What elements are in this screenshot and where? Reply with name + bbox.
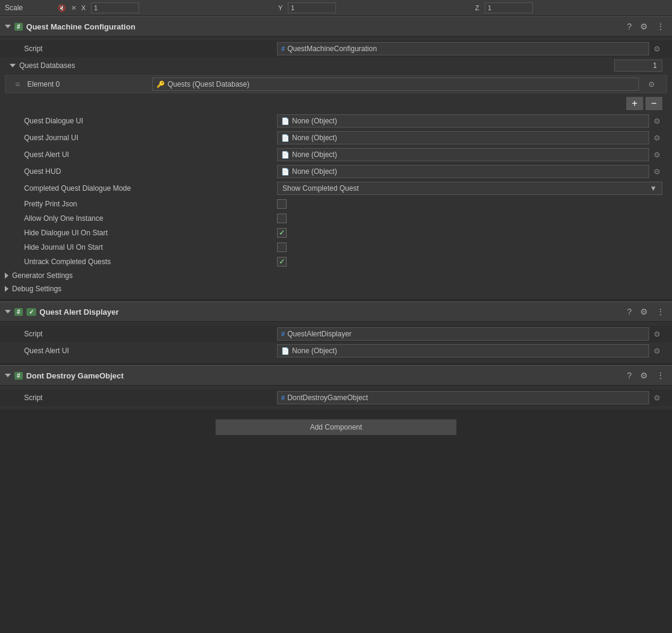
- script-target-button[interactable]: ⊙: [652, 43, 662, 54]
- help-button[interactable]: ?: [624, 20, 634, 32]
- element-value: Quests (Quest Database): [167, 80, 249, 88]
- untrack-checkbox[interactable]: ✓: [277, 257, 287, 267]
- hide-journal-value: [277, 242, 662, 252]
- add-remove-row: + −: [0, 94, 672, 113]
- collapse-arrow[interactable]: [5, 25, 11, 28]
- add-element-button[interactable]: +: [626, 97, 643, 110]
- script-hash-icon: #: [281, 45, 285, 52]
- quest-alert-help-button[interactable]: ?: [624, 306, 634, 318]
- element-target-button[interactable]: ⊙: [646, 79, 657, 90]
- scale-label: Scale: [5, 4, 53, 12]
- x-input[interactable]: [91, 2, 139, 13]
- element-label: Element 0: [27, 80, 148, 88]
- quest-journal-doc-icon: 📄: [281, 134, 290, 142]
- completed-quest-label: Completed Quest Dialogue Mode: [24, 184, 277, 193]
- z-input[interactable]: [485, 2, 533, 13]
- dont-destroy-script-row: Script # DontDestroyGameObject ⊙: [0, 389, 672, 406]
- element-object-field: 🔑 Quests (Quest Database): [152, 78, 639, 91]
- quest-alert-ui-text: None (Object): [292, 150, 337, 159]
- quest-machine-config-header: # Quest Machine Configuration ? ⚙ ⋮: [0, 16, 672, 37]
- quest-hud-label: Quest HUD: [24, 167, 277, 176]
- quest-journal-ui-value: 📄 None (Object) ⊙: [277, 131, 662, 144]
- quest-dialogue-ui-row: Quest Dialogue UI 📄 None (Object) ⊙: [0, 113, 672, 129]
- quest-dialogue-ui-target[interactable]: ⊙: [652, 116, 662, 126]
- quest-alert-ui-value: 📄 None (Object) ⊙: [277, 148, 662, 161]
- hash-badge: #: [14, 23, 23, 31]
- quest-hud-doc-icon: 📄: [281, 168, 290, 176]
- quest-hud-target[interactable]: ⊙: [652, 166, 662, 177]
- dont-destroy-script-target[interactable]: ⊙: [652, 392, 662, 403]
- quest-alert-settings-button[interactable]: ⚙: [638, 306, 650, 318]
- quest-alert-ui-target[interactable]: ⊙: [652, 149, 662, 160]
- quest-journal-ui-row: Quest Journal UI 📄 None (Object) ⊙: [0, 129, 672, 146]
- quest-hud-row: Quest HUD 📄 None (Object) ⊙: [0, 163, 672, 180]
- debug-settings-arrow: [5, 286, 8, 292]
- quest-databases-header: Quest Databases 1: [0, 57, 672, 74]
- add-component-button[interactable]: Add Component: [216, 419, 456, 435]
- hide-dialogue-label: Hide Dialogue UI On Start: [24, 229, 277, 237]
- element-doc-icon: 🔑: [157, 81, 165, 88]
- quest-alert-ui-row: Quest Alert UI 📄 None (Object) ⊙: [0, 146, 672, 163]
- quest-alert-displayer-doc-icon: 📄: [281, 347, 290, 355]
- quest-alert-displayer-arrow[interactable]: [5, 310, 11, 313]
- z-field: Z: [475, 2, 667, 13]
- quest-alert-script-label: Script: [24, 330, 277, 338]
- hide-dialogue-row: Hide Dialogue UI On Start ✓: [0, 226, 672, 240]
- pretty-print-checkbox[interactable]: [277, 199, 287, 209]
- quest-machine-config-title: Quest Machine Configuration: [26, 22, 621, 31]
- settings-button[interactable]: ⚙: [638, 20, 650, 32]
- quest-alert-displayer-ui-field: 📄 None (Object): [277, 344, 649, 357]
- dont-destroy-section: # Dont Destroy GameObject ? ⚙ ⋮ Script #…: [0, 365, 672, 410]
- script-value: QuestMachineConfiguration: [287, 45, 377, 53]
- quest-alert-displayer-body: Script # QuestAlertDisplayer ⊙ Quest Ale…: [0, 322, 672, 363]
- generator-settings-label: Generator Settings: [12, 271, 73, 280]
- quest-journal-ui-target[interactable]: ⊙: [652, 132, 662, 143]
- quest-alert-displayer-ui-target[interactable]: ⊙: [652, 345, 662, 356]
- quest-alert-ui-label: Quest Alert UI: [24, 150, 277, 159]
- dont-destroy-title: Dont Destroy GameObject: [26, 371, 621, 380]
- quest-alert-more-button[interactable]: ⋮: [654, 306, 667, 318]
- dont-destroy-body: Script # DontDestroyGameObject ⊙: [0, 386, 672, 410]
- quest-alert-displayer-ui-text: None (Object): [292, 347, 337, 355]
- quest-dialogue-ui-field: 📄 None (Object): [277, 114, 649, 128]
- quest-dialogue-ui-text: None (Object): [292, 117, 337, 125]
- quest-journal-ui-label: Quest Journal UI: [24, 134, 277, 142]
- x-field: X: [81, 2, 273, 13]
- completed-quest-dropdown[interactable]: Show Completed Quest ▼: [277, 182, 662, 195]
- completed-quest-value: Show Completed Quest ▼: [277, 182, 662, 195]
- quest-alert-displayer-check[interactable]: ✓: [26, 308, 36, 316]
- completed-quest-row: Completed Quest Dialogue Mode Show Compl…: [0, 180, 672, 197]
- hide-journal-row: Hide Journal UI On Start: [0, 240, 672, 255]
- quest-alert-displayer-hash: #: [14, 308, 23, 316]
- hide-journal-checkbox[interactable]: [277, 242, 287, 252]
- debug-settings-row[interactable]: Debug Settings: [0, 282, 672, 295]
- hide-dialogue-checkbox[interactable]: ✓: [277, 228, 287, 238]
- add-component-row: Add Component: [0, 412, 672, 442]
- dont-destroy-settings-button[interactable]: ⚙: [638, 369, 650, 381]
- quest-hud-field: 📄 None (Object): [277, 165, 649, 178]
- quest-databases-arrow[interactable]: [10, 64, 16, 67]
- dont-destroy-script-value: DontDestroyGameObject: [287, 394, 368, 402]
- y-field: Y: [278, 2, 470, 13]
- dont-destroy-hash: #: [14, 372, 23, 380]
- quest-hud-value: 📄 None (Object) ⊙: [277, 165, 662, 178]
- drag-handle: ≡: [15, 79, 20, 89]
- quest-alert-script-row: Script # QuestAlertDisplayer ⊙: [0, 326, 672, 342]
- dont-destroy-more-button[interactable]: ⋮: [654, 369, 667, 381]
- quest-databases-label: Quest Databases: [19, 61, 611, 70]
- quest-alert-script-value: QuestAlertDisplayer: [287, 330, 352, 338]
- y-input[interactable]: [288, 2, 336, 13]
- hide-dialogue-value: ✓: [277, 228, 662, 238]
- more-button[interactable]: ⋮: [654, 20, 667, 32]
- quest-alert-script-target[interactable]: ⊙: [652, 329, 662, 339]
- pretty-print-label: Pretty Print Json: [24, 200, 277, 208]
- generator-settings-row[interactable]: Generator Settings: [0, 269, 672, 282]
- script-value-container: # QuestMachineConfiguration: [277, 42, 649, 55]
- dont-destroy-arrow[interactable]: [5, 374, 11, 377]
- untrack-checkmark: ✓: [279, 258, 285, 265]
- script-label: Script: [24, 45, 277, 53]
- dont-destroy-help-button[interactable]: ?: [624, 369, 634, 381]
- allow-one-instance-checkbox[interactable]: [277, 214, 287, 223]
- dont-destroy-script-value-container: # DontDestroyGameObject: [277, 391, 649, 404]
- remove-element-button[interactable]: −: [646, 97, 662, 110]
